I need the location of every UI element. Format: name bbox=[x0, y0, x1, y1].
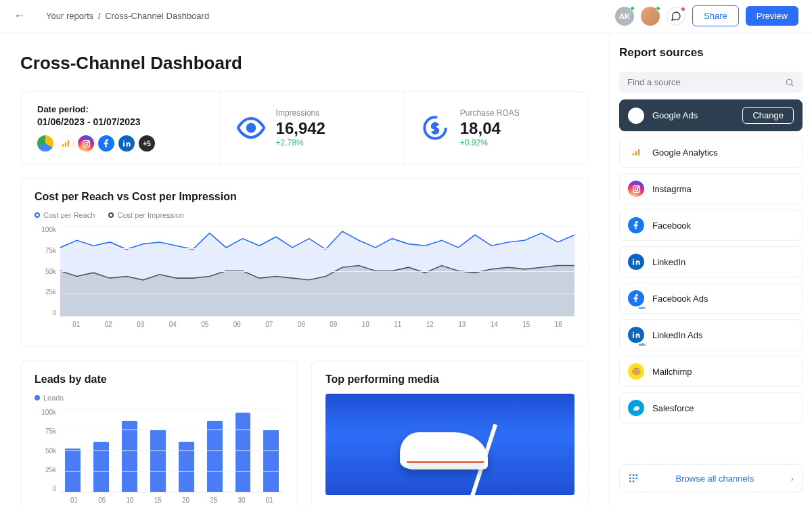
report-sources-sidebar: Report sources Google Ads Change Google … bbox=[609, 32, 812, 506]
google-ads-icon[interactable] bbox=[37, 135, 53, 152]
media-thumbnail[interactable] bbox=[325, 394, 574, 495]
avatar-initials[interactable]: AK bbox=[615, 7, 634, 26]
svg-point-14 bbox=[635, 187, 637, 190]
back-arrow-icon[interactable]: ← bbox=[14, 9, 26, 23]
linkedin-ads-icon bbox=[628, 327, 644, 343]
svg-rect-0 bbox=[62, 144, 64, 147]
svg-point-5 bbox=[87, 141, 88, 141]
svg-rect-1 bbox=[65, 142, 66, 146]
svg-point-4 bbox=[85, 142, 87, 145]
top-bar: ← Your reports / Cross-Channel Dashboard… bbox=[0, 0, 812, 32]
salesforce-icon bbox=[628, 400, 644, 416]
search-source-input[interactable] bbox=[619, 72, 803, 93]
svg-point-22 bbox=[629, 480, 631, 482]
source-facebook[interactable]: Facebook bbox=[619, 210, 803, 241]
instagram-icon[interactable] bbox=[78, 135, 94, 152]
shoe-illustration bbox=[400, 432, 488, 469]
source-icons: +5 bbox=[37, 135, 204, 152]
date-range: 01/06/2023 - 01/07/2023 bbox=[37, 116, 204, 127]
svg-point-19 bbox=[629, 478, 631, 480]
share-button[interactable]: Share bbox=[692, 5, 739, 26]
source-linkedin-ads[interactable]: LinkedIn Ads bbox=[619, 319, 803, 350]
instagram-icon bbox=[628, 181, 644, 197]
facebook-icon[interactable] bbox=[98, 135, 114, 152]
svg-point-20 bbox=[633, 478, 635, 480]
google-analytics-icon[interactable] bbox=[58, 135, 74, 152]
facebook-icon bbox=[628, 217, 644, 233]
source-google-analytics[interactable]: Google Analytics bbox=[619, 137, 803, 168]
breadcrumb: Your reports / Cross-Channel Dashboard bbox=[46, 11, 209, 21]
svg-point-9 bbox=[786, 79, 792, 85]
top-performing-media: Top performing media 12,356 9,542 3,034 bbox=[311, 361, 589, 506]
google-analytics-icon bbox=[628, 144, 644, 160]
breadcrumb-root[interactable]: Your reports bbox=[46, 11, 93, 21]
breadcrumb-current: Cross-Channel Dashboard bbox=[105, 11, 209, 21]
date-period-label: Date period: bbox=[37, 104, 204, 114]
chart-title: Leads by date bbox=[35, 373, 284, 386]
legend-cost-per-impression: Cost per Impression bbox=[108, 211, 183, 219]
mailchimp-icon: 🐵 bbox=[628, 363, 644, 380]
chart-leads-by-date: Leads by date Leads 100k75k50k25k0 01051… bbox=[20, 361, 298, 506]
sidebar-title: Report sources bbox=[619, 46, 803, 60]
svg-point-17 bbox=[633, 474, 635, 476]
linkedin-icon[interactable] bbox=[118, 135, 135, 152]
more-sources-badge[interactable]: +5 bbox=[139, 135, 155, 152]
grid-icon bbox=[628, 473, 639, 484]
source-instagram[interactable]: Instagrma bbox=[619, 173, 803, 204]
legend-leads: Leads bbox=[35, 394, 64, 402]
source-mailchimp[interactable]: 🐵 Mailchimp bbox=[619, 356, 803, 387]
metric-roas: Purchase ROAS 18,04 +0.92% bbox=[405, 92, 588, 164]
chart-title: Top performing media bbox=[325, 373, 574, 386]
svg-point-6 bbox=[247, 124, 254, 132]
linkedin-icon bbox=[628, 254, 644, 270]
google-ads-icon bbox=[628, 108, 644, 124]
main-content: Cross-Channel Dashboard Date period: 01/… bbox=[0, 32, 609, 506]
chart-title: Cost per Reach vs Cost per Impression bbox=[35, 191, 574, 203]
svg-rect-12 bbox=[638, 149, 639, 155]
metric-impressions: Impressions 16,942 +2.78% bbox=[221, 92, 405, 164]
chat-icon bbox=[671, 11, 681, 22]
facebook-ads-icon bbox=[628, 290, 644, 306]
avatar-photo[interactable] bbox=[641, 7, 660, 26]
source-linkedin[interactable]: LinkedIn bbox=[619, 246, 803, 277]
svg-rect-11 bbox=[635, 151, 637, 155]
svg-rect-10 bbox=[633, 153, 634, 156]
source-google-ads[interactable]: Google Ads Change bbox=[619, 99, 803, 131]
chevron-right-icon: › bbox=[791, 474, 794, 484]
chart-cost-per-reach-vs-impression: Cost per Reach vs Cost per Impression Co… bbox=[20, 178, 589, 347]
summary-row: Date period: 01/06/2023 - 01/07/2023 bbox=[20, 91, 589, 164]
page-title: Cross-Channel Dashboard bbox=[20, 53, 589, 74]
svg-point-16 bbox=[629, 474, 631, 476]
source-salesforce[interactable]: Salesforce bbox=[619, 392, 803, 423]
svg-point-23 bbox=[633, 480, 635, 482]
legend-cost-per-reach: Cost per Reach bbox=[35, 211, 95, 219]
svg-point-21 bbox=[635, 478, 637, 480]
svg-point-15 bbox=[637, 186, 638, 187]
browse-all-channels[interactable]: Browse all channels › bbox=[619, 464, 803, 492]
dollar-target-icon bbox=[421, 114, 449, 142]
svg-point-18 bbox=[635, 474, 637, 476]
svg-rect-2 bbox=[68, 140, 69, 146]
source-facebook-ads[interactable]: Facebook Ads bbox=[619, 283, 803, 314]
change-button[interactable]: Change bbox=[742, 107, 794, 124]
preview-button[interactable]: Preview bbox=[746, 6, 798, 26]
chat-button[interactable] bbox=[667, 7, 685, 26]
eye-icon bbox=[237, 114, 265, 142]
search-icon bbox=[785, 78, 794, 87]
